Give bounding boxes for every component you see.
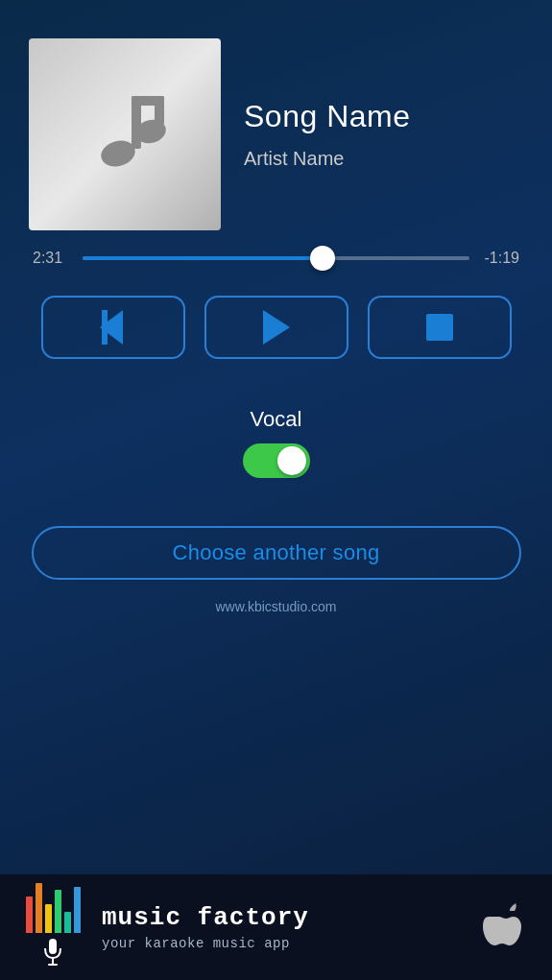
- song-name: Song Name: [244, 99, 410, 134]
- vocal-section: Vocal: [243, 407, 310, 478]
- song-info: Song Name Artist Name: [244, 99, 410, 170]
- vocal-toggle[interactable]: [243, 443, 310, 478]
- banner-text: music factory your karaoke music app: [102, 903, 466, 951]
- prev-button[interactable]: [41, 296, 185, 359]
- banner-logo: [19, 889, 86, 966]
- artist-name: Artist Name: [244, 148, 410, 170]
- progress-fill: [83, 256, 323, 260]
- play-icon: [263, 310, 290, 345]
- stop-button[interactable]: [368, 296, 512, 359]
- apple-logo-icon: [481, 899, 523, 947]
- svg-rect-6: [52, 958, 54, 964]
- play-button[interactable]: [204, 296, 348, 359]
- prev-icon: [100, 310, 123, 345]
- album-art: [29, 38, 221, 230]
- svg-rect-7: [48, 964, 58, 966]
- top-section: Song Name Artist Name: [29, 38, 523, 230]
- app-tagline: your karaoke music app: [102, 936, 466, 951]
- current-time: 2:31: [33, 250, 69, 267]
- vocal-label: Vocal: [251, 407, 302, 432]
- microphone-icon: [42, 939, 63, 966]
- apple-icon: [481, 899, 523, 956]
- svg-rect-5: [49, 939, 57, 954]
- progress-thumb[interactable]: [310, 246, 335, 271]
- website-url: www.kbicstudio.com: [215, 599, 336, 614]
- music-note-icon: [72, 82, 178, 187]
- choose-song-button[interactable]: Choose another song: [32, 526, 521, 580]
- controls-section: [41, 296, 512, 359]
- bottom-banner: music factory your karaoke music app: [0, 874, 552, 980]
- stop-icon: [426, 314, 453, 341]
- progress-bar[interactable]: [83, 256, 469, 260]
- toggle-thumb: [277, 446, 306, 475]
- app-container: Song Name Artist Name 2:31 -1:19 Vocal C…: [0, 0, 552, 980]
- app-name: music factory: [102, 903, 466, 932]
- eq-bars: [26, 885, 81, 933]
- progress-section: 2:31 -1:19: [29, 250, 523, 267]
- remaining-time: -1:19: [483, 250, 519, 267]
